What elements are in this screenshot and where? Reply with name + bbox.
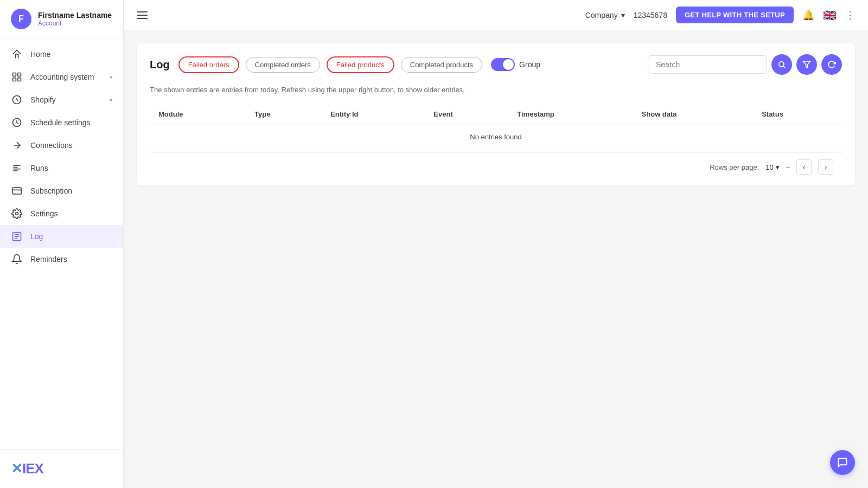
rows-per-page-value: 10 (765, 163, 773, 171)
sidebar-item-label-settings: Settings (30, 209, 112, 218)
logo-text: ✕IEX (11, 460, 43, 477)
user-account-link[interactable]: Account (38, 20, 112, 27)
svg-rect-1 (18, 73, 21, 76)
page-range: – (786, 163, 790, 171)
sidebar-item-label-shopify: Shopify (30, 95, 102, 104)
filter-failed-products-button[interactable]: Failed products (327, 56, 394, 73)
col-module: Module (150, 105, 246, 124)
more-options-icon[interactable]: ⋮ (845, 9, 855, 21)
log-container: Log Failed orders Completed orders Faile… (137, 43, 855, 185)
search-box (648, 54, 842, 75)
company-label: Company (585, 11, 618, 20)
accounting-icon (11, 71, 23, 83)
sidebar-item-label-accounting: Accounting system (30, 73, 102, 81)
sidebar-item-home[interactable]: Home (0, 43, 123, 66)
sidebar: F Firstname Lastname Account Home Accoun… (0, 0, 124, 488)
log-header: Log Failed orders Completed orders Faile… (150, 54, 842, 75)
bell-icon[interactable]: 🔔 (802, 9, 814, 21)
sidebar-item-settings[interactable]: Settings (0, 202, 123, 225)
svg-point-12 (16, 213, 18, 215)
chevron-down-icon: ▾ (110, 74, 112, 80)
svg-rect-2 (13, 78, 16, 81)
shopify-icon (11, 94, 23, 106)
topbar-right: Company ▾ 12345678 GET HELP WITH THE SET… (585, 7, 855, 23)
sidebar-item-reminders[interactable]: Reminders (0, 248, 123, 271)
topbar: Company ▾ 12345678 GET HELP WITH THE SET… (124, 0, 868, 30)
col-event: Event (425, 105, 508, 124)
sidebar-item-subscription[interactable]: Subscription (0, 179, 123, 202)
col-entity-id: Entity Id (322, 105, 425, 124)
sidebar-item-label-connections: Connections (30, 141, 112, 150)
sidebar-item-label-subscription: Subscription (30, 187, 112, 195)
chevron-down-icon-rows: ▾ (776, 163, 780, 171)
main-content: Company ▾ 12345678 GET HELP WITH THE SET… (124, 0, 868, 488)
svg-rect-10 (12, 188, 22, 194)
connections-icon (11, 139, 23, 151)
home-icon (11, 48, 23, 60)
avatar: F (11, 9, 31, 29)
page-title: Log (150, 59, 170, 71)
sidebar-item-schedule[interactable]: Schedule settings (0, 111, 123, 134)
runs-icon (11, 162, 23, 174)
filter-button[interactable] (796, 54, 817, 75)
table-header: Module Type Entity Id Event Timestamp Sh… (150, 105, 842, 124)
log-icon (11, 230, 23, 242)
hamburger-menu[interactable] (137, 11, 148, 19)
sidebar-item-label-runs: Runs (30, 164, 112, 172)
sidebar-item-label-home: Home (30, 50, 112, 59)
sidebar-nav: Home Accounting system ▾ Shopify ▾ Sched… (0, 38, 123, 449)
search-button[interactable] (771, 54, 792, 75)
svg-line-18 (783, 66, 785, 68)
no-entries-message: No entries found (150, 124, 842, 150)
group-toggle-track[interactable] (491, 58, 515, 71)
reminders-icon (11, 253, 23, 265)
col-type: Type (246, 105, 322, 124)
group-toggle-thumb (503, 59, 514, 70)
sidebar-item-connections[interactable]: Connections (0, 134, 123, 157)
sidebar-item-accounting[interactable]: Accounting system ▾ (0, 66, 123, 88)
get-help-button[interactable]: GET HELP WITH THE SETUP (676, 7, 794, 23)
refresh-button[interactable] (821, 54, 842, 75)
sidebar-item-log[interactable]: Log (0, 225, 123, 248)
sidebar-item-shopify[interactable]: Shopify ▾ (0, 88, 123, 111)
flag-icon[interactable]: 🇬🇧 (823, 9, 837, 22)
log-table: Module Type Entity Id Event Timestamp Sh… (150, 105, 842, 150)
chat-widget[interactable] (830, 450, 855, 475)
app-logo: ✕IEX (0, 449, 123, 488)
svg-rect-0 (13, 73, 16, 76)
sidebar-header: F Firstname Lastname Account (0, 0, 123, 38)
sidebar-item-label-schedule: Schedule settings (30, 118, 112, 127)
table-body: No entries found (150, 124, 842, 150)
settings-icon (11, 208, 23, 220)
company-selector[interactable]: Company ▾ (585, 11, 625, 20)
col-timestamp: Timestamp (508, 105, 633, 124)
col-status: Status (753, 105, 842, 124)
svg-marker-19 (803, 61, 810, 68)
filter-completed-products-button[interactable]: Completed products (401, 57, 482, 73)
filter-failed-orders-button[interactable]: Failed orders (178, 56, 239, 73)
chevron-down-icon-shopify: ▾ (110, 97, 112, 103)
page-body: Log Failed orders Completed orders Faile… (124, 30, 868, 488)
user-info: Firstname Lastname Account (38, 11, 112, 27)
sidebar-item-label-log: Log (30, 232, 112, 241)
rows-per-page-label: Rows per page: (710, 163, 759, 171)
next-page-button[interactable]: › (818, 159, 833, 175)
user-name: Firstname Lastname (38, 11, 112, 20)
subscription-icon (11, 185, 23, 197)
svg-rect-3 (18, 78, 21, 81)
filter-completed-orders-button[interactable]: Completed orders (246, 57, 320, 73)
group-label: Group (519, 60, 540, 69)
rows-per-page-select[interactable]: 10 ▾ (765, 163, 779, 171)
info-text: The shown entries are entries from today… (150, 86, 842, 94)
col-show-data: Show data (633, 105, 754, 124)
chevron-down-icon-company: ▾ (621, 11, 625, 20)
table-empty-row: No entries found (150, 124, 842, 150)
company-id: 12345678 (634, 11, 667, 20)
pagination-row: Rows per page: 10 ▾ – ‹ › (150, 152, 842, 175)
topbar-left (137, 11, 148, 19)
group-toggle[interactable]: Group (491, 58, 540, 71)
search-input[interactable] (648, 55, 767, 74)
svg-point-17 (779, 62, 784, 67)
sidebar-item-runs[interactable]: Runs (0, 157, 123, 179)
prev-page-button[interactable]: ‹ (796, 159, 812, 175)
